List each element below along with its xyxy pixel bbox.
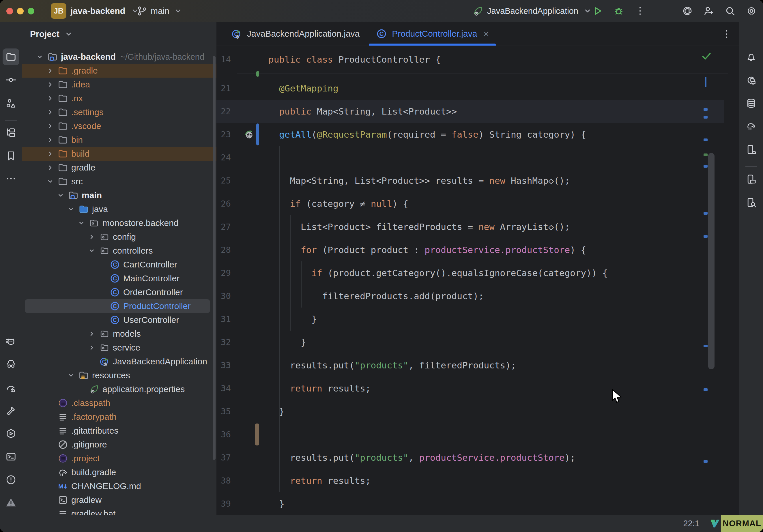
run-configuration-widget[interactable]: JavaBackendApplication — [472, 3, 593, 19]
tool-more-button[interactable] — [3, 170, 19, 187]
error-stripe-mark[interactable] — [704, 108, 708, 111]
tool-problems-button[interactable] — [3, 472, 19, 488]
chevron-down-icon[interactable] — [56, 190, 65, 200]
error-stripe-mark[interactable] — [704, 154, 708, 156]
chevron-right-icon[interactable] — [87, 343, 97, 353]
tree-item-productcontroller[interactable]: CProductController — [22, 299, 216, 313]
close-window-button[interactable] — [6, 8, 13, 14]
settings-gear-button[interactable] — [745, 5, 758, 17]
chevron-right-icon[interactable] — [45, 121, 55, 131]
tool-project-folder-button[interactable] — [3, 49, 19, 65]
code-line-28[interactable]: 28 for (Product product : productService… — [216, 238, 724, 262]
code-line-35[interactable]: 35 } — [216, 400, 724, 423]
user-plus-button[interactable] — [703, 5, 715, 17]
folded-region[interactable] — [216, 71, 739, 77]
chevron-right-icon[interactable] — [45, 135, 55, 145]
tree-item--gitattributes[interactable]: .gitattributes — [22, 424, 216, 438]
tool-gradle-elephant-button[interactable] — [743, 118, 760, 135]
chevron-right-icon[interactable] — [45, 163, 55, 172]
tool-flat-hierarchy-button[interactable] — [3, 124, 19, 141]
chevron-right-icon[interactable] — [45, 80, 55, 89]
chevron-down-icon[interactable] — [76, 218, 86, 228]
tool-build-hammer-button[interactable] — [3, 402, 19, 419]
tree-item-java-backend[interactable]: java-backend~/Github/java-backend — [22, 50, 216, 64]
tool-device-search-button[interactable] — [743, 194, 760, 211]
minimize-window-button[interactable] — [17, 8, 24, 14]
tree-item-build[interactable]: build — [22, 147, 216, 161]
project-widget[interactable]: JB java-backend — [51, 3, 141, 19]
editor-tab-javabackendapplication-java[interactable]: CJavaBackendApplication.java — [223, 22, 368, 46]
chevron-right-icon[interactable] — [45, 93, 55, 103]
code-line-39[interactable]: 39 } — [216, 492, 724, 515]
code-line-22[interactable]: 22 public Map<String, List<Product>> — [216, 100, 724, 123]
tree-item-models[interactable]: models — [22, 327, 216, 341]
code-line-23[interactable]: 23 getAll(@RequestParam(required = false… — [216, 123, 724, 146]
code-line-26[interactable]: 26 if (category ≠ null) { — [216, 192, 724, 215]
chevron-down-icon[interactable] — [45, 176, 55, 186]
tool-ai-cat-button[interactable] — [3, 333, 19, 350]
project-panel-header[interactable]: Project — [30, 28, 74, 40]
tree-item--classpath[interactable]: .classpath — [22, 396, 216, 410]
tree-item-config[interactable]: config — [22, 230, 216, 244]
code-line-24[interactable]: 24 — [216, 146, 724, 169]
code-line-30[interactable]: 30 filteredProducts.add(product); — [216, 284, 724, 308]
code-line-14[interactable]: 14public class ProductController { — [216, 48, 724, 71]
error-stripe-mark[interactable] — [704, 235, 708, 238]
tree-item--gradle[interactable]: .gradle — [22, 64, 216, 78]
code-line-34[interactable]: 34 return results; — [216, 377, 724, 400]
tree-item-gradlew-bat[interactable]: gradlew.bat — [22, 507, 216, 515]
tool-database-button[interactable] — [743, 95, 760, 112]
code-editor[interactable]: 14public class ProductController {21 @Ge… — [216, 48, 739, 515]
code-line-29[interactable]: 29 if (product.getCategory().equalsIgnor… — [216, 262, 724, 284]
tree-item-src[interactable]: src — [22, 174, 216, 188]
tree-item-java[interactable]: java — [22, 202, 216, 216]
tool-profiler-button[interactable] — [3, 380, 19, 397]
chevron-right-icon[interactable] — [87, 329, 97, 339]
error-stripe-mark[interactable] — [704, 388, 708, 391]
code-line-21[interactable]: 21 @GetMapping — [216, 77, 724, 100]
tree-item-gradlew[interactable]: gradlew — [22, 493, 216, 507]
tree-item-controllers[interactable]: controllers — [22, 244, 216, 258]
chevron-right-icon[interactable] — [45, 149, 55, 159]
ideavim-icon[interactable] — [710, 518, 721, 529]
tab-options-kebab-icon[interactable] — [720, 28, 733, 41]
at-spiral-button[interactable] — [681, 5, 694, 17]
tree-item--idea[interactable]: .idea — [22, 78, 216, 91]
caret-position[interactable]: 22:1 — [683, 519, 700, 528]
tool-device-manager-button[interactable] — [743, 141, 760, 158]
code-line-33[interactable]: 33 results.put("products", filteredProdu… — [216, 354, 724, 377]
inspections-ok-icon[interactable] — [701, 51, 712, 62]
chevron-right-icon[interactable] — [87, 232, 97, 242]
code-line-27[interactable]: 27 List<Product> filteredProducts = new … — [216, 215, 724, 238]
tree-item-application-properties[interactable]: application.properties — [22, 382, 216, 396]
tool-incognito-button[interactable] — [3, 356, 19, 372]
code-line-31[interactable]: 31 } — [216, 308, 724, 331]
tree-item-usercontroller[interactable]: CUserController — [22, 313, 216, 327]
run-play-button[interactable] — [591, 5, 604, 17]
code-line-37[interactable]: 37 results.put("products", productServic… — [216, 446, 724, 469]
editor-tab-productcontroller-java[interactable]: CProductController.java× — [368, 22, 497, 46]
tree-item-build-gradle[interactable]: build.gradle — [22, 465, 216, 479]
error-stripe-mark[interactable] — [704, 116, 708, 119]
tree-item-service[interactable]: service — [22, 341, 216, 355]
chevron-down-icon[interactable] — [66, 371, 76, 380]
close-tab-icon[interactable]: × — [484, 29, 489, 39]
tree-item-gradle[interactable]: gradle — [22, 161, 216, 174]
endpoint-icon[interactable] — [243, 129, 255, 140]
tool-notifications-bell-button[interactable] — [743, 49, 760, 65]
tool-commit-button[interactable] — [3, 71, 19, 88]
code-line-32[interactable]: 32 } — [216, 331, 724, 354]
chevron-right-icon[interactable] — [45, 107, 55, 117]
error-stripe-mark[interactable] — [704, 460, 708, 463]
tree-item-maincontroller[interactable]: CMainController — [22, 271, 216, 285]
code-line-25[interactable]: 25 Map<String, List<Product>> results = … — [216, 169, 724, 192]
tree-item-cartcontroller[interactable]: CCartController — [22, 258, 216, 271]
tool-bookmarks-button[interactable] — [3, 148, 19, 164]
chevron-down-icon[interactable] — [35, 52, 45, 62]
tree-item--settings[interactable]: .settings — [22, 105, 216, 119]
error-stripe-mark[interactable] — [704, 212, 708, 215]
tool-ai-assistant-button[interactable] — [743, 72, 760, 89]
tree-item-javabackendapplication[interactable]: CJavaBackendApplication — [22, 355, 216, 369]
tree-item-monostore-backend[interactable]: monostore.backend — [22, 216, 216, 230]
tool-warning-button[interactable] — [3, 494, 19, 511]
